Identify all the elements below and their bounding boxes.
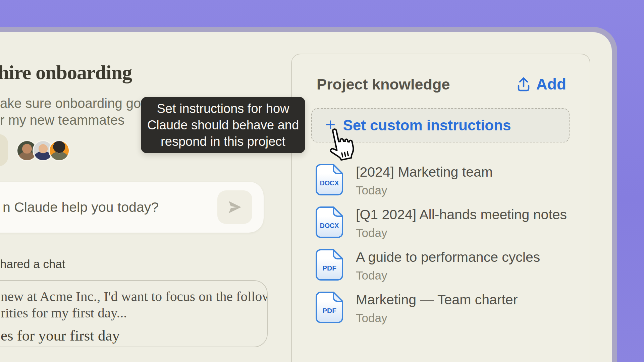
tooltip: Set instructions for how Claude should b… [141, 97, 305, 153]
project-knowledge-panel: Project knowledge Add + Set custom instr… [291, 54, 590, 362]
project-description-line2: r my new teammates [0, 112, 141, 128]
file-row[interactable]: DOCX [Q1 2024] All-hands meeting notes T… [315, 206, 576, 238]
set-custom-instructions-label: Set custom instructions [343, 117, 511, 134]
tooltip-line2: Claude should behave and [141, 117, 305, 133]
add-knowledge-button[interactable]: Add [516, 75, 566, 93]
shared-chat-card[interactable]: new at Acme Inc., I'd want to focus on t… [0, 280, 268, 347]
svg-text:DOCX: DOCX [320, 222, 339, 229]
svg-text:DOCX: DOCX [320, 179, 339, 187]
pdf-file-icon: PDF [315, 291, 343, 323]
members-pill[interactable] [0, 134, 8, 166]
file-row[interactable]: PDF Marketing — Team charter Today [315, 291, 576, 323]
file-date: Today [356, 226, 567, 240]
chat-input-placeholder: n Claude help you today? [3, 182, 159, 233]
file-title: [2024] Marketing team [356, 164, 493, 180]
add-button-label: Add [536, 75, 566, 93]
file-title: Marketing — Team charter [356, 292, 518, 307]
send-button[interactable] [217, 190, 252, 224]
project-description-line1: ake sure onboarding go [0, 95, 141, 112]
svg-text:PDF: PDF [322, 264, 336, 272]
marketing-backdrop: hire onboarding ake sure onboarding go r… [0, 0, 644, 362]
chat-input[interactable]: n Claude help you today? [0, 182, 264, 233]
send-icon [225, 198, 244, 217]
pdf-file-icon: PDF [315, 249, 343, 281]
upload-icon [516, 76, 531, 92]
file-row[interactable]: PDF A guide to performance cycles Today [315, 249, 576, 281]
tooltip-line1: Set instructions for how [141, 101, 305, 117]
file-title: [Q1 2024] All-hands meeting notes [356, 207, 567, 222]
file-date: Today [356, 184, 493, 197]
svg-text:PDF: PDF [322, 307, 336, 314]
shared-chat-preview: new at Acme Inc., I'd want to focus on t… [1, 288, 257, 321]
knowledge-file-list: DOCX [2024] Marketing team Today DOCX [315, 164, 576, 323]
file-title: A guide to performance cycles [356, 249, 540, 265]
shared-chat-label: hared a chat [0, 257, 65, 271]
docx-file-icon: DOCX [315, 206, 343, 238]
project-description: ake sure onboarding go r my new teammate… [0, 95, 141, 128]
file-date: Today [356, 269, 540, 282]
docx-file-icon: DOCX [315, 164, 343, 196]
project-title: hire onboarding [0, 62, 132, 82]
tooltip-line3: respond in this project [141, 133, 305, 150]
avatar[interactable] [49, 140, 70, 161]
shared-chat-title: es for your first day [1, 327, 257, 344]
file-date: Today [356, 311, 518, 325]
file-row[interactable]: DOCX [2024] Marketing team Today [315, 164, 576, 196]
shared-chat-preview-line2: rities for my first day... [1, 305, 257, 321]
shared-chat-preview-line1: new at Acme Inc., I'd want to focus on t… [1, 288, 257, 305]
panel-title: Project knowledge [317, 76, 450, 93]
